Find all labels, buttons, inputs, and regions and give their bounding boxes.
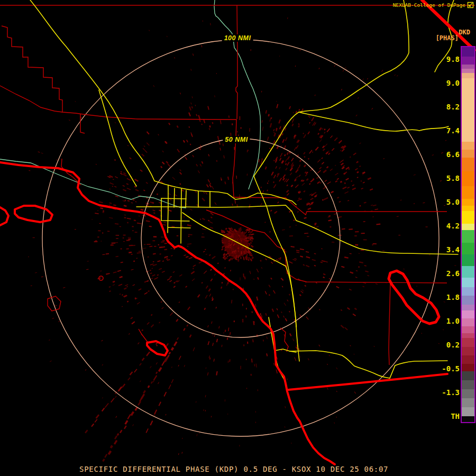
color-scale-segment bbox=[462, 171, 474, 186]
color-scale-segment bbox=[462, 150, 474, 158]
west-edge-island bbox=[0, 207, 8, 225]
color-scale-segment bbox=[462, 407, 474, 416]
color-scale-segment bbox=[462, 296, 474, 305]
color-scale-segment bbox=[462, 310, 474, 318]
range-ring-label-100nmi: 100 NMI bbox=[222, 34, 253, 42]
range-ring-label-50nmi: 50 NMI bbox=[223, 136, 250, 143]
color-scale-segment bbox=[462, 211, 474, 224]
color-scale-segment bbox=[462, 371, 474, 380]
color-scale-tick-label: 1.0 bbox=[446, 316, 460, 326]
radar-echo-layer bbox=[28, 17, 456, 462]
product-caption: SPECIFIC DIFFERENTIAL PHASE (KDP) 0.5 DE… bbox=[79, 465, 388, 473]
radar-map bbox=[0, 0, 476, 476]
color-scale-tick-label: 9.8 bbox=[446, 54, 460, 65]
color-scale-segment bbox=[462, 206, 474, 211]
color-scale-tick-label: 0.2 bbox=[446, 340, 460, 350]
color-scale-tick-label: -0.5 bbox=[442, 363, 460, 374]
color-scale-segment bbox=[462, 186, 474, 199]
color-scale-segment bbox=[462, 318, 474, 326]
catalina-island bbox=[15, 206, 52, 222]
color-scale-segment bbox=[462, 380, 474, 389]
color-scale-segment bbox=[462, 326, 474, 333]
color-scale-tick-label: 3.4 bbox=[446, 244, 460, 255]
color-scale-segment bbox=[462, 389, 474, 398]
color-scale-segment bbox=[462, 398, 474, 407]
salton-sea bbox=[389, 271, 439, 324]
color-scale-tick-label: TH bbox=[451, 411, 460, 422]
color-scale-tick-label: -1.3 bbox=[442, 387, 460, 398]
color-scale-segment bbox=[462, 78, 474, 142]
color-scale-tick-label: 4.2 bbox=[446, 221, 460, 231]
color-scale-segment bbox=[462, 333, 474, 338]
header-title: NEXLAB-College of DuPage bbox=[393, 2, 465, 8]
color-scale-segment bbox=[462, 243, 474, 254]
color-scale-segment bbox=[462, 416, 474, 423]
product-units: [PHAS] bbox=[436, 34, 459, 42]
color-scale-segment bbox=[462, 355, 474, 364]
color-scale-segment bbox=[462, 287, 474, 296]
color-scale-segment bbox=[462, 57, 474, 65]
county-borders bbox=[0, 5, 475, 365]
island-outline-thin bbox=[48, 296, 61, 311]
mexico-border bbox=[288, 374, 447, 390]
color-scale-segment bbox=[462, 347, 474, 355]
color-scale-segment bbox=[462, 278, 474, 287]
color-scale-tick-label: 6.6 bbox=[446, 149, 460, 160]
color-scale-tick-label: 9.0 bbox=[446, 78, 460, 88]
color-scale-segment bbox=[462, 266, 474, 278]
color-scale-tick-label: 8.2 bbox=[446, 102, 460, 112]
color-scale-segment bbox=[462, 65, 474, 69]
radar-viewer: 9.89.08.27.46.65.85.04.23.42.61.81.00.2-… bbox=[0, 0, 476, 476]
product-code: DKD bbox=[459, 29, 470, 36]
color-scale-segment bbox=[462, 142, 474, 150]
color-scale-segment bbox=[462, 69, 474, 73]
highway-lines bbox=[30, 0, 458, 379]
color-scale-segment bbox=[462, 73, 474, 78]
color-scale-segment bbox=[462, 224, 474, 230]
color-scale-tick-label: 5.0 bbox=[446, 197, 460, 207]
color-scale-segment bbox=[462, 338, 474, 347]
color-scale-tick-label: 2.6 bbox=[446, 268, 460, 279]
color-scale bbox=[461, 46, 475, 423]
color-scale-segment bbox=[462, 305, 474, 310]
color-scale-tick-label: 1.8 bbox=[446, 292, 460, 303]
color-scale-segment bbox=[462, 199, 474, 206]
color-scale-segment bbox=[462, 158, 474, 171]
color-scale-tick-label: 7.4 bbox=[446, 125, 460, 136]
pacific-coastline bbox=[0, 162, 335, 464]
color-scale-tick-label: 5.8 bbox=[446, 173, 460, 184]
color-scale-segment bbox=[462, 47, 474, 57]
color-scale-segment bbox=[462, 364, 474, 371]
color-scale-segment bbox=[462, 230, 474, 243]
cod-logo-icon bbox=[467, 2, 474, 8]
color-scale-segment bbox=[462, 254, 474, 266]
